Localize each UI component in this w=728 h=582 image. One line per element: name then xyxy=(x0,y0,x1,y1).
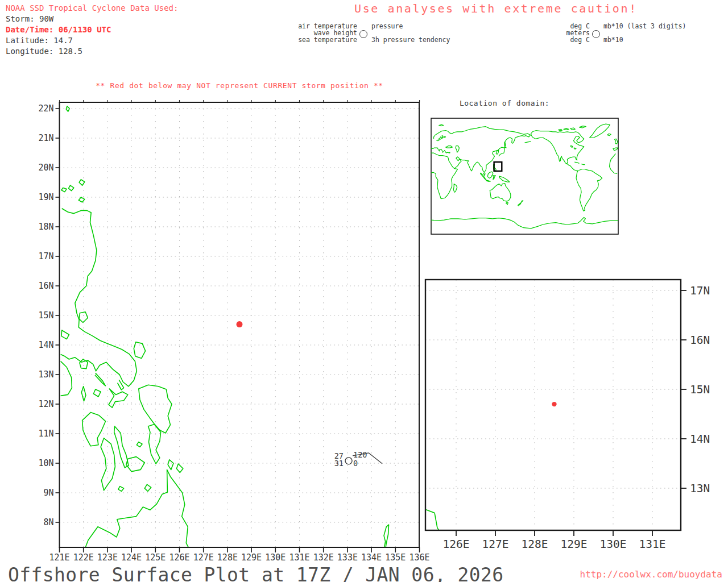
legend-sea-temperature-label: sea temperature xyxy=(256,36,357,43)
storm-info-block: NOAA SSD Tropical Cyclone Data Used: Sto… xyxy=(6,3,178,57)
svg-text:17N: 17N xyxy=(38,251,53,261)
station-circle-icon xyxy=(359,30,367,38)
station-sea-temp: 31 xyxy=(334,459,344,468)
svg-text:21N: 21N xyxy=(38,133,53,143)
svg-text:121E: 121E xyxy=(49,552,69,563)
svg-text:15N: 15N xyxy=(38,310,53,321)
svg-text:132E: 132E xyxy=(313,552,334,563)
legend-pressure-label: pressure xyxy=(371,23,403,30)
storm-id-line: Storm: 90W xyxy=(6,14,178,24)
svg-text:129E: 129E xyxy=(561,538,588,551)
detail-map: 126E127E128E129E130E131E17N16N15N14N13N xyxy=(262,39,728,582)
svg-text:17N: 17N xyxy=(690,284,710,297)
svg-text:128E: 128E xyxy=(522,538,548,551)
svg-text:130E: 130E xyxy=(265,552,286,563)
legend-unit-mb10-digits: mb*10 (last 3 digits) xyxy=(603,23,686,30)
svg-text:20N: 20N xyxy=(38,163,53,173)
svg-text:128E: 128E xyxy=(217,552,238,563)
detail-map-axes: 126E127E128E129E130E131E17N16N15N14N13N xyxy=(425,280,710,551)
svg-text:10N: 10N xyxy=(38,458,53,468)
legend-unit-degc-bottom: deg C xyxy=(512,36,590,43)
svg-text:136E: 136E xyxy=(409,552,429,563)
legend-pressure-tendency-label: 3h pressure tendency xyxy=(371,36,450,43)
site-url-link[interactable]: http://coolwx.com/buoydata xyxy=(580,569,722,580)
svg-text:13N: 13N xyxy=(38,369,53,380)
svg-text:9N: 9N xyxy=(43,488,53,498)
world-coastlines xyxy=(431,124,618,228)
svg-text:14N: 14N xyxy=(690,433,710,446)
svg-text:124E: 124E xyxy=(121,552,142,563)
svg-text:126E: 126E xyxy=(443,538,470,551)
svg-text:22N: 22N xyxy=(38,103,53,114)
svg-text:15N: 15N xyxy=(690,383,710,396)
world-locator-map xyxy=(431,118,618,234)
longitude-line: Longitude: 128.5 xyxy=(6,46,178,57)
svg-text:18N: 18N xyxy=(38,222,53,232)
world-inset-title: Location of domain: xyxy=(431,99,578,107)
weather-plot-page: 121E122E123E124E125E126E127E128E129E130E… xyxy=(0,0,728,582)
main-map-axes: 121E122E123E124E125E126E127E128E129E130E… xyxy=(38,100,429,563)
svg-text:130E: 130E xyxy=(600,538,627,551)
storm-position-dot-main xyxy=(237,321,243,327)
wind-barb-feather xyxy=(369,453,382,464)
svg-text:12N: 12N xyxy=(38,399,53,409)
storm-position-dot-detail xyxy=(552,402,556,406)
main-map: 121E122E123E124E125E126E127E128E129E130E… xyxy=(38,100,429,563)
station-plot: 27311200 xyxy=(334,450,382,468)
datetime-line: Date/Time: 06/1130 UTC xyxy=(6,24,178,35)
svg-text:16N: 16N xyxy=(38,281,53,291)
detail-map-coastlines xyxy=(262,39,728,582)
station-pressure-tendency: 0 xyxy=(353,459,358,468)
caution-banner: Use analyses with extreme caution! xyxy=(354,2,638,15)
svg-text:133E: 133E xyxy=(337,552,358,563)
svg-text:14N: 14N xyxy=(38,340,53,350)
svg-text:127E: 127E xyxy=(193,552,214,563)
station-circle-icon-units xyxy=(592,30,600,38)
svg-text:135E: 135E xyxy=(385,552,406,563)
svg-text:13N: 13N xyxy=(690,482,710,495)
svg-text:123E: 123E xyxy=(97,552,118,563)
red-dot-disclaimer: ** Red dot below may NOT represent CURRE… xyxy=(59,81,420,90)
latitude-line: Latitude: 14.7 xyxy=(6,35,178,46)
svg-text:127E: 127E xyxy=(482,538,509,551)
svg-text:122E: 122E xyxy=(73,552,94,563)
svg-text:131E: 131E xyxy=(289,552,309,563)
svg-text:19N: 19N xyxy=(38,192,53,202)
svg-text:129E: 129E xyxy=(241,552,262,563)
domain-box xyxy=(494,162,502,171)
svg-text:134E: 134E xyxy=(361,552,382,563)
svg-text:125E: 125E xyxy=(145,552,166,563)
svg-text:131E: 131E xyxy=(639,538,666,551)
svg-text:11N: 11N xyxy=(38,429,53,439)
svg-text:126E: 126E xyxy=(169,552,189,563)
svg-text:16N: 16N xyxy=(690,334,710,347)
svg-text:8N: 8N xyxy=(43,517,53,527)
legend-unit-mb10: mb*10 xyxy=(603,36,623,43)
main-map-coastlines xyxy=(61,106,389,550)
data-source-line: NOAA SSD Tropical Cyclone Data Used: xyxy=(6,3,178,14)
plot-title: Offshore Surface Plot at 17Z / JAN 06, 2… xyxy=(8,564,504,582)
